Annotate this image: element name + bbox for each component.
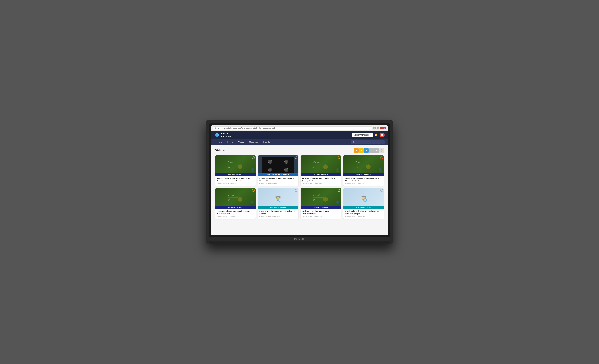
star-icon[interactable]: ★: [377, 127, 379, 129]
video-on-demand-dropdown[interactable]: Video On Demand ▾: [352, 133, 373, 137]
video-info: Positron Emission Tomography: Instrument…: [301, 209, 341, 219]
svg-text:∫∮∇: ∫∮∇: [228, 167, 230, 168]
video-thumbnail: WRITTEN PACKETS REVIEW: [258, 155, 298, 176]
sidebar-item-statdx[interactable]: STATdx: [261, 139, 272, 145]
video-title: Positron Emission Tomography: Image Qual…: [302, 177, 340, 182]
screen-bezel: 🔒 video.reviseradiology.test/video?sort=…: [209, 123, 390, 238]
video-thumbnail: E = mc² ∫∮∇ 👤 IMAGING PHYSICS: [301, 155, 341, 176]
category-overlay: WRITTEN PACKETS REVIEW: [258, 173, 298, 176]
video-info: Positron Emission Tomography: Image Qual…: [301, 176, 341, 186]
menu-icon[interactable]: ≡: [380, 127, 383, 129]
list-view-button[interactable]: ≡: [369, 148, 374, 153]
list-item[interactable]: E = mc² ∫∮∇ 👤 IMAGING PHYSICS: [301, 155, 341, 186]
laptop-bottom: MacBook: [209, 238, 390, 241]
app-container: Revise Radiology Video On Demand ▾ 🔔 GH: [211, 131, 388, 235]
view-controls: ⊞ ⊟ ⊞ ≡ ⊟ 🔒: [354, 148, 384, 153]
user-avatar[interactable]: GH: [380, 133, 385, 137]
list-item[interactable]: E = mc² ∫∮∇ 👤 IMAGING PHYSICS: [215, 155, 256, 186]
svg-text:∫∮∇: ∫∮∇: [313, 167, 316, 168]
list-item[interactable]: E = mc² ∫∮∇ 👤 IMAGING PHYSICS: [301, 188, 341, 219]
badge-icon: [338, 156, 340, 159]
video-thumbnail: E = mc² ∫∮∇ 👤 IMAGING PHYSICS: [215, 188, 256, 209]
video-title: Revising MRI Physics from the Basics to …: [345, 177, 382, 182]
video-grid: E = mc² ∫∮∇ 👤 IMAGING PHYSICS: [215, 155, 384, 219]
svg-text:E = mc²: E = mc²: [313, 194, 320, 196]
secondary-navigation: Home Events Videos Mindmaps STATdx 🔍: [211, 139, 388, 145]
nav-links-list: Home Events Videos Mindmaps STATdx: [214, 139, 272, 145]
video-info: Revising MRI Physics from the Basics to …: [343, 176, 384, 186]
logo-icon: [214, 132, 220, 138]
video-thumbnail: E = mc² ∫∮∇ 👤 IMAGING PHYSICS: [301, 188, 341, 209]
video-title: Revising MRI Physics from the Basics to …: [217, 177, 254, 182]
logo-area: Revise Radiology: [214, 132, 231, 138]
nav-right: Video On Demand ▾ 🔔 GH: [352, 133, 385, 137]
video-thumbnail: 🩺 👨‍⚕️ RADIOLOGY TOPICS: [258, 188, 298, 209]
content-header: Videos ⊞ ⊟ ⊞ ≡ ⊟ 🔒: [215, 148, 384, 153]
svg-point-17: [238, 197, 242, 202]
page-title: Videos: [215, 149, 225, 152]
svg-text:E = mc²: E = mc²: [228, 161, 234, 163]
grid-view-button[interactable]: ⊞: [364, 148, 369, 153]
video-title: Imaging of Salivary Glands - Dr. Mohamed…: [259, 210, 297, 215]
svg-text:E = mc²: E = mc²: [313, 161, 320, 163]
list-item[interactable]: E = mc² ∫∮∇ 👤 IMAGING PHYSICS: [343, 155, 384, 186]
svg-rect-0: [215, 133, 219, 137]
lock-button[interactable]: 🔒: [379, 148, 384, 153]
badge-icon: [380, 156, 383, 159]
top-navigation: Revise Radiology Video On Demand ▾ 🔔 GH: [211, 131, 388, 139]
list-item[interactable]: 🩺 👨‍⚕️ RADIOLOGY TOPICS Imaging of Paedi…: [343, 188, 384, 219]
list-item[interactable]: E = mc² ∫∮∇ 👤 IMAGING PHYSICS: [215, 188, 256, 219]
badge-icon: [295, 156, 298, 159]
list-item[interactable]: 🩺 👨‍⚕️ RADIOLOGY TOPICS Imaging of Saliv…: [258, 188, 298, 219]
brain-scan-cell: [262, 158, 278, 166]
svg-text:E = mc²: E = mc²: [228, 194, 234, 196]
category-overlay: IMAGING PHYSICS: [301, 173, 341, 176]
video-info: Imaging of Salivary Glands - Dr. Mohamed…: [258, 209, 298, 219]
svg-point-21: [323, 197, 328, 202]
browser-icons: ⚙ ★ ≡ u: [373, 127, 386, 129]
category-overlay: IMAGING PHYSICS: [301, 206, 341, 209]
search-bar[interactable]: 🔍: [351, 140, 385, 144]
main-content: Videos ⊞ ⊟ ⊞ ≡ ⊟ 🔒: [211, 145, 388, 235]
sidebar-item-mindmaps[interactable]: Mindmaps: [247, 139, 261, 145]
svg-rect-1: [216, 134, 218, 136]
notifications-bell-icon[interactable]: 🔔: [375, 133, 378, 136]
svg-text:∫∮∇: ∫∮∇: [313, 199, 316, 201]
search-icon: 🔍: [353, 141, 355, 143]
svg-text:E = mc²: E = mc²: [356, 161, 363, 163]
svg-point-9: [323, 164, 328, 169]
video-title: Imaging of Paediatric Liver Lesions - Dr…: [345, 210, 382, 215]
category-overlay: IMAGING PHYSICS: [343, 173, 384, 176]
category-overlay: IMAGING PHYSICS: [215, 206, 256, 209]
profile-icon[interactable]: u: [383, 127, 386, 129]
category-overlay: RADIOLOGY TOPICS: [258, 206, 298, 209]
video-thumbnail: E = mc² ∫∮∇ 👤 IMAGING PHYSICS: [343, 155, 384, 176]
video-info: Positron Emission Tomography: Image Reco…: [215, 209, 256, 219]
list-item[interactable]: WRITTEN PACKETS REVIEW Long Case Packet …: [258, 155, 298, 186]
video-meta: 0 views · 0 likes · 2 weeks ago: [259, 216, 297, 217]
video-info: Long Case Packet 27 and Rapid Reporting …: [258, 176, 298, 186]
compact-view-button[interactable]: ⊟: [374, 148, 379, 153]
filter-button-1[interactable]: ⊞: [354, 148, 359, 153]
svg-text:∫∮∇: ∫∮∇: [356, 167, 358, 168]
filter-button-2[interactable]: ⊟: [359, 148, 364, 153]
svg-point-13: [366, 164, 370, 169]
extensions-icon[interactable]: ⚙: [373, 127, 376, 129]
video-meta: 0 views · 0 likes · 2 weeks ago: [345, 216, 382, 217]
badge-icon: [252, 156, 255, 159]
browser-toolbar: 🔒 video.reviseradiology.test/video?sort=…: [211, 125, 388, 131]
video-meta: 0 views · 0 likes · 1 week ago: [302, 183, 340, 185]
video-info: Revising MRI Physics from the Basics to …: [215, 176, 256, 186]
video-title: Long Case Packet 27 and Rapid Reporting …: [259, 177, 297, 182]
laptop-frame: 🔒 video.reviseradiology.test/video?sort=…: [206, 120, 393, 244]
sidebar-item-events[interactable]: Events: [225, 139, 236, 145]
sidebar-item-home[interactable]: Home: [214, 139, 225, 145]
svg-text:∫∮∇: ∫∮∇: [228, 199, 230, 201]
macbook-label: MacBook: [294, 238, 305, 240]
sidebar-item-videos[interactable]: Videos: [236, 139, 247, 145]
video-meta: 0 views · 0 likes · 1 week ago: [345, 183, 382, 185]
brain-scan-grid: [262, 158, 294, 174]
logo-text: Revise Radiology: [221, 132, 231, 138]
address-bar[interactable]: 🔒 video.reviseradiology.test/video?sort=…: [213, 126, 372, 130]
video-title: Positron Emission Tomography: Instrument…: [302, 210, 340, 215]
